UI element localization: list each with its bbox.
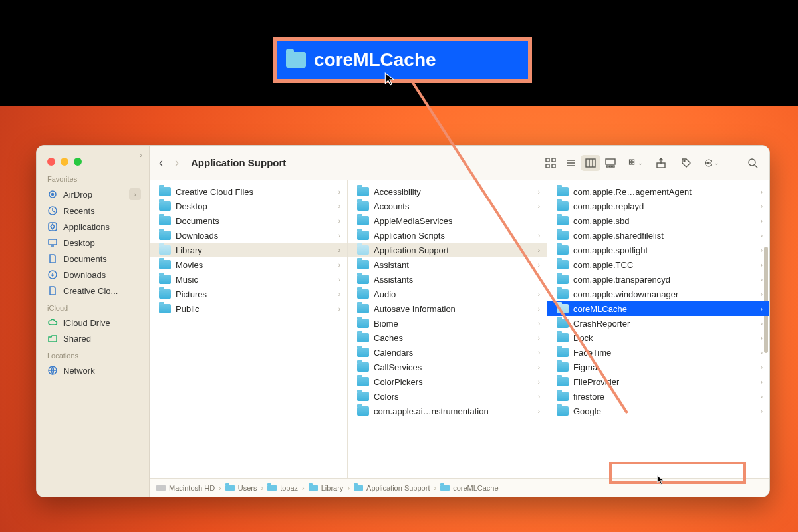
folder-row[interactable]: FileProvider› bbox=[547, 374, 769, 389]
sidebar-item-documents[interactable]: Documents bbox=[39, 251, 146, 267]
folder-row[interactable]: com.apple.transparencyd› bbox=[547, 272, 769, 287]
folder-row[interactable]: Movies› bbox=[150, 257, 347, 272]
chevron-right-icon: › bbox=[757, 188, 763, 196]
zoom-button[interactable] bbox=[74, 158, 82, 166]
view-columns-button[interactable] bbox=[581, 155, 600, 171]
sidebar-item-shared[interactable]: Shared bbox=[39, 331, 146, 346]
folder-row[interactable]: Google› bbox=[547, 404, 769, 418]
sidebar-item-label: Network bbox=[63, 366, 95, 376]
path-segment[interactable]: coreMLCache bbox=[440, 484, 498, 492]
folder-name: com.apple.sbd bbox=[573, 216, 630, 226]
sidebar-item-recents[interactable]: Recents bbox=[39, 203, 146, 219]
folder-row[interactable]: com.apple.TCC› bbox=[547, 257, 769, 272]
folder-row[interactable]: Caches› bbox=[348, 331, 547, 345]
close-button[interactable] bbox=[47, 158, 55, 166]
folder-row[interactable]: coreMLCache› bbox=[547, 301, 769, 316]
folder-row[interactable]: Accessibility› bbox=[348, 184, 547, 199]
folder-row[interactable]: Biome› bbox=[348, 316, 547, 331]
back-button[interactable]: ‹ bbox=[159, 156, 163, 170]
path-segment[interactable]: Application Support bbox=[354, 484, 430, 492]
view-gallery-button[interactable] bbox=[600, 155, 620, 171]
view-list-button[interactable] bbox=[561, 155, 581, 171]
folder-row[interactable]: Pictures› bbox=[150, 287, 347, 301]
folder-row[interactable]: CrashReporter› bbox=[547, 316, 769, 331]
folder-row[interactable]: Calendars› bbox=[348, 345, 547, 360]
sidebar-collapse-caret[interactable]: › bbox=[136, 151, 146, 159]
folder-row[interactable]: Desktop› bbox=[150, 199, 347, 213]
folder-icon bbox=[357, 304, 369, 313]
folder-row[interactable]: Public› bbox=[150, 301, 347, 316]
chevron-right-icon: › bbox=[334, 217, 340, 225]
folder-name: Desktop bbox=[176, 201, 207, 211]
folder-row[interactable]: com.apple.sharedfilelist› bbox=[547, 228, 769, 243]
path-segment[interactable]: Library bbox=[309, 484, 344, 492]
chevron-right-icon[interactable]: › bbox=[129, 188, 141, 200]
folder-icon bbox=[357, 377, 369, 386]
sidebar-section-favorites: Favorites bbox=[39, 170, 146, 186]
path-segment[interactable]: topaz bbox=[267, 484, 298, 492]
folder-icon bbox=[357, 216, 369, 225]
folder-row[interactable]: Autosave Information› bbox=[348, 301, 547, 316]
folder-icon bbox=[557, 201, 569, 211]
folder-row[interactable]: firestore› bbox=[547, 389, 769, 404]
folder-row[interactable]: Colors› bbox=[348, 389, 547, 404]
folder-icon bbox=[286, 52, 306, 68]
sidebar-item-icloud-drive[interactable]: iCloud Drive bbox=[39, 315, 146, 331]
folder-row[interactable]: Creative Cloud Files› bbox=[150, 184, 347, 199]
folder-row[interactable]: Audio› bbox=[348, 287, 547, 301]
folder-row[interactable]: com.apple.ai…nstrumentation› bbox=[348, 404, 547, 418]
folder-name: Colors bbox=[374, 392, 399, 402]
chevron-right-icon: › bbox=[534, 305, 540, 313]
sidebar-item-applications[interactable]: Applications bbox=[39, 219, 146, 235]
folder-row[interactable]: Library› bbox=[150, 243, 347, 257]
share-button[interactable] bbox=[654, 156, 668, 170]
chevron-right-icon: › bbox=[757, 305, 763, 313]
folder-row[interactable]: Music› bbox=[150, 272, 347, 287]
group-by-button[interactable]: ⌄ bbox=[628, 156, 643, 170]
folder-icon bbox=[557, 348, 569, 357]
folder-name: Calendars bbox=[374, 348, 413, 358]
sidebar-item-network[interactable]: Network bbox=[39, 362, 146, 378]
tags-button[interactable] bbox=[679, 156, 694, 170]
folder-row[interactable]: com.apple.replayd› bbox=[547, 199, 769, 213]
folder-row[interactable]: Assistants› bbox=[348, 272, 547, 287]
file-icon bbox=[47, 285, 58, 296]
more-actions-button[interactable]: ⌄ bbox=[704, 156, 719, 170]
svg-rect-25 bbox=[657, 163, 665, 168]
folder-row[interactable]: Accounts› bbox=[348, 199, 547, 213]
folder-row[interactable]: Documents› bbox=[150, 213, 347, 228]
folder-row[interactable]: AppleMediaServices bbox=[348, 213, 547, 228]
folder-row[interactable]: com.apple.sbd› bbox=[547, 213, 769, 228]
sidebar-item-airdrop[interactable]: AirDrop › bbox=[39, 186, 146, 203]
sidebar-section-icloud: iCloud bbox=[39, 299, 146, 315]
sidebar-item-creative-cloud[interactable]: Creative Clo... bbox=[39, 283, 146, 299]
forward-button[interactable]: › bbox=[175, 156, 179, 170]
chevron-right-icon: › bbox=[757, 217, 763, 225]
folder-row[interactable]: CallServices› bbox=[348, 360, 547, 374]
folder-row[interactable]: Figma› bbox=[547, 360, 769, 374]
chevron-right-icon: › bbox=[757, 378, 763, 386]
minimize-button[interactable] bbox=[61, 158, 68, 166]
folder-row[interactable]: com.apple.Re…agementAgent› bbox=[547, 184, 769, 199]
column-3[interactable]: com.apple.Re…agementAgent›com.apple.repl… bbox=[547, 180, 769, 478]
folder-row[interactable]: com.apple.windowmanager› bbox=[547, 287, 769, 301]
search-button[interactable] bbox=[745, 156, 760, 170]
path-label: Macintosh HD bbox=[169, 484, 215, 492]
folder-row[interactable]: Assistant› bbox=[348, 257, 547, 272]
folder-icon bbox=[357, 333, 369, 342]
folder-row[interactable]: Downloads› bbox=[150, 228, 347, 243]
sidebar-item-desktop[interactable]: Desktop bbox=[39, 235, 146, 251]
path-segment[interactable]: Macintosh HD bbox=[156, 484, 215, 492]
folder-row[interactable]: com.apple.spotlight› bbox=[547, 243, 769, 257]
folder-row[interactable]: FaceTime› bbox=[547, 345, 769, 360]
folder-row[interactable]: ColorPickers› bbox=[348, 374, 547, 389]
cursor-icon bbox=[656, 475, 666, 488]
column-1[interactable]: Creative Cloud Files›Desktop›Documents›D… bbox=[150, 180, 348, 478]
view-icons-button[interactable] bbox=[541, 155, 561, 171]
sidebar-item-downloads[interactable]: Downloads bbox=[39, 267, 146, 283]
folder-name: firestore bbox=[573, 392, 604, 402]
column-2[interactable]: Accessibility›Accounts›AppleMediaService… bbox=[348, 180, 547, 478]
folder-icon bbox=[159, 245, 171, 255]
path-segment[interactable]: Users bbox=[225, 484, 257, 492]
folder-name: ColorPickers bbox=[374, 377, 423, 387]
